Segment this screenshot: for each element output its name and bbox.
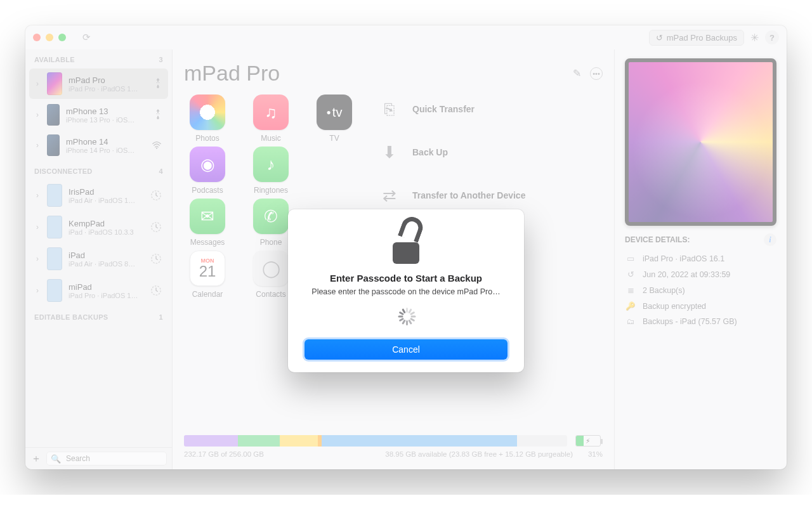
modal-title: Enter Passcode to Start a Backup: [304, 273, 508, 284]
spinner-icon: [397, 308, 415, 325]
passcode-modal: Enter Passcode to Start a Backup Please …: [288, 209, 524, 372]
unlock-icon: [391, 226, 421, 264]
cancel-button[interactable]: Cancel: [304, 339, 508, 360]
modal-message: Please enter the passcode on the device …: [304, 287, 508, 296]
app-window: ⟳ ↺ mPad Pro Backups ✳︎ ? AVAILABLE 3 › …: [25, 25, 787, 469]
